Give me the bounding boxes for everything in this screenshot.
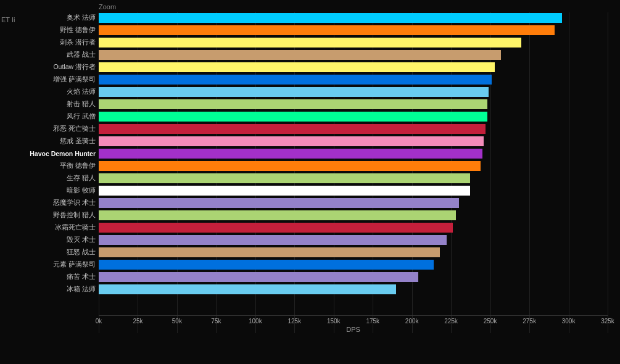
bar <box>99 247 440 257</box>
bar-row: 恶魔学识 术士 <box>99 197 608 209</box>
bar-row: 风行 武僧 <box>99 111 608 122</box>
x-tick: 225k <box>444 318 458 325</box>
bar <box>99 87 489 97</box>
x-tick: 100k <box>249 318 262 325</box>
bar-row: 邪恶 死亡骑士 <box>99 123 608 134</box>
bar <box>99 260 434 270</box>
bar-row: 冰霜死亡骑士 <box>99 222 608 233</box>
bar <box>99 25 555 35</box>
x-tick: 275k <box>523 318 536 325</box>
bar <box>99 272 418 282</box>
bar-label: 狂怒 战士 <box>0 248 96 257</box>
bar-label: 惩戒 圣骑士 <box>0 137 96 146</box>
x-tick: 75k <box>211 318 221 325</box>
bar-row: 增强 萨满祭司 <box>99 74 608 85</box>
bar <box>99 223 453 233</box>
bar-row: 奥术 法师 <box>99 12 608 23</box>
bar <box>99 136 484 146</box>
bar <box>99 13 562 23</box>
bar-label: 武器 战士 <box>0 51 96 59</box>
bar-row: 惩戒 圣骑士 <box>99 136 608 147</box>
grid-line <box>608 12 608 333</box>
bar <box>99 38 521 48</box>
x-tick: 300k <box>562 318 576 325</box>
bar-label: 刺杀 潜行者 <box>0 38 96 47</box>
bar-row: 刺杀 潜行者 <box>99 37 608 48</box>
bar-row: 狂怒 战士 <box>99 247 608 258</box>
bar-label: 风行 武僧 <box>0 112 96 121</box>
x-tick: 25k <box>133 318 143 325</box>
bar-row: 野性 德鲁伊 <box>99 25 608 36</box>
bar-row: 射击 猎人 <box>99 99 608 110</box>
bar-label: 火焰 法师 <box>0 88 96 96</box>
bar-label: 增强 萨满祭司 <box>0 75 96 84</box>
bar-row: 冰箱 法师 <box>99 284 608 295</box>
bar-label: 暗影 牧师 <box>0 186 96 195</box>
bar <box>99 186 470 196</box>
bar-label: 平衡 德鲁伊 <box>0 162 96 170</box>
x-tick: 150k <box>327 318 341 325</box>
x-tick: 325k <box>601 318 614 325</box>
bar-label: 邪恶 死亡骑士 <box>0 125 96 133</box>
chart-area: 奥术 法师野性 德鲁伊刺杀 潜行者武器 战士Outlaw 潜行者增强 萨满祭司火… <box>99 12 608 333</box>
bar-label: 生存 猎人 <box>0 174 96 183</box>
bar-row: 元素 萨满祭司 <box>99 259 608 270</box>
bar <box>99 50 501 60</box>
bar-label: 毁灭 术士 <box>0 236 96 244</box>
bar <box>99 112 487 122</box>
bar-label: 射击 猎人 <box>0 100 96 109</box>
bar-row: 野兽控制 猎人 <box>99 210 608 221</box>
bar-row: 暗影 牧师 <box>99 185 608 196</box>
bar <box>99 124 486 134</box>
bar <box>99 149 482 159</box>
bar <box>99 210 456 220</box>
bar <box>99 173 470 183</box>
bar-label: Outlaw 潜行者 <box>0 63 96 72</box>
bar-row: 武器 战士 <box>99 49 608 60</box>
bar-row: 痛苦 术士 <box>99 271 608 283</box>
bar-label: 冰箱 法师 <box>0 285 96 294</box>
bar-row: Outlaw 潜行者 <box>99 62 608 73</box>
bar <box>99 75 492 85</box>
x-tick: 0k <box>96 318 102 325</box>
x-tick: 175k <box>366 318 379 325</box>
bar-label: Havoc Demon Hunter <box>0 150 96 157</box>
bar-row: 毁灭 术士 <box>99 234 608 246</box>
bar <box>99 198 459 208</box>
bar-label: 恶魔学识 术士 <box>0 199 96 207</box>
bar-rows: 奥术 法师野性 德鲁伊刺杀 潜行者武器 战士Outlaw 潜行者增强 萨满祭司火… <box>99 12 608 315</box>
x-tick: 250k <box>484 318 497 325</box>
bar-label: 野性 德鲁伊 <box>0 26 96 35</box>
x-tick: 200k <box>405 318 419 325</box>
zoom-label: Zoom <box>99 3 116 10</box>
x-tick: 125k <box>287 318 301 325</box>
bar <box>99 235 447 245</box>
bar-row: Havoc Demon Hunter <box>99 148 608 159</box>
chart-container: ET Ii Zoom 奥术 法师野性 德鲁伊刺杀 潜行者武器 战士Outlaw … <box>0 0 620 364</box>
bar <box>99 62 495 72</box>
bar <box>99 284 396 294</box>
x-tick: 50k <box>172 318 182 325</box>
bar-label: 野兽控制 猎人 <box>0 211 96 220</box>
bar-row: 平衡 德鲁伊 <box>99 160 608 172</box>
bar-label: 冰霜死亡骑士 <box>0 223 96 232</box>
bar-label: 奥术 法师 <box>0 14 96 22</box>
bar-row: 火焰 法师 <box>99 86 608 97</box>
dps-label: DPS <box>346 326 360 333</box>
bar <box>99 161 481 171</box>
bar <box>99 99 487 109</box>
bar-label: 元素 萨满祭司 <box>0 260 96 269</box>
bar-row: 生存 猎人 <box>99 173 608 184</box>
bar-label: 痛苦 术士 <box>0 273 96 281</box>
